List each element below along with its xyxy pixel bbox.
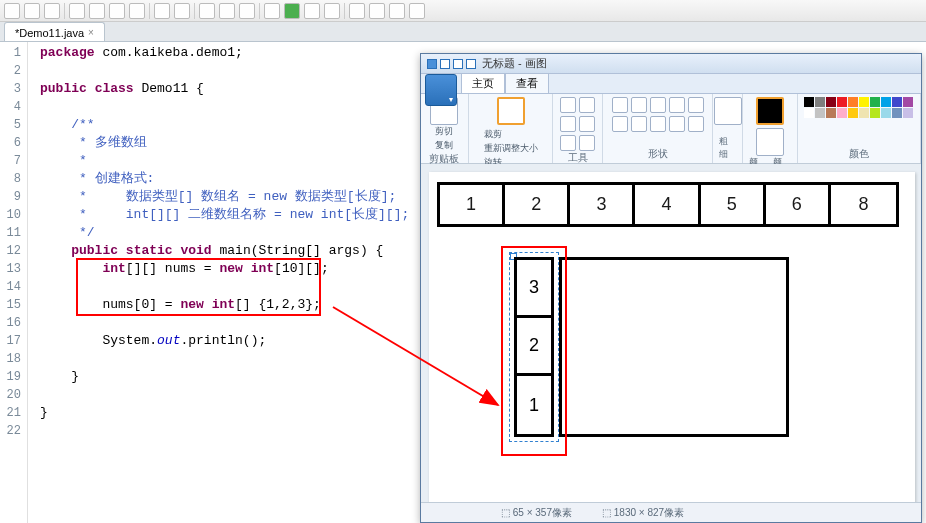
shape-icon[interactable] (688, 97, 704, 113)
toolbar-icon[interactable] (24, 3, 40, 19)
paint-window[interactable]: 无标题 - 画图 主页 查看 剪切 复制 剪贴板 裁剪 重新调整大小 旋转 图像 (420, 53, 922, 523)
toolbar-icon[interactable] (349, 3, 365, 19)
color-swatch[interactable] (848, 108, 858, 118)
toolbar-icon[interactable] (389, 3, 405, 19)
shape-icon[interactable] (631, 97, 647, 113)
color-swatch[interactable] (837, 97, 847, 107)
color-swatch[interactable] (903, 97, 913, 107)
picker-icon[interactable] (560, 135, 576, 151)
select-tool-icon[interactable] (497, 97, 525, 125)
color-swatch[interactable] (837, 108, 847, 118)
toolbar-icon[interactable] (154, 3, 170, 19)
color-swatch[interactable] (815, 108, 825, 118)
array-cell: 4 (635, 185, 700, 224)
color-swatch[interactable] (815, 97, 825, 107)
shape-icon[interactable] (688, 116, 704, 132)
paint-ribbon: 剪切 复制 剪贴板 裁剪 重新调整大小 旋转 图像 (421, 94, 921, 164)
big-empty-box (559, 257, 789, 437)
tab-view[interactable]: 查看 (505, 73, 549, 93)
toolbar-icon[interactable] (304, 3, 320, 19)
paint-titlebar[interactable]: 无标题 - 画图 (421, 54, 921, 74)
copy-label[interactable]: 复制 (435, 139, 453, 152)
color-swatch[interactable] (859, 108, 869, 118)
color-swatch[interactable] (903, 108, 913, 118)
pencil-icon[interactable] (560, 97, 576, 113)
toolbar-icon[interactable] (109, 3, 125, 19)
run-icon[interactable] (284, 3, 300, 19)
separator (149, 3, 150, 19)
separator (259, 3, 260, 19)
ide-toolbar (0, 0, 926, 22)
close-icon[interactable]: × (88, 27, 94, 38)
toolbar-icon[interactable] (369, 3, 385, 19)
color-swatch[interactable] (826, 97, 836, 107)
ribbon-group-image: 裁剪 重新调整大小 旋转 图像 (469, 94, 554, 163)
array-cell: 3 (570, 185, 635, 224)
color2-swatch[interactable] (756, 128, 784, 156)
color-swatch[interactable] (804, 97, 814, 107)
tab-demo11[interactable]: *Demo11.java × (4, 22, 105, 41)
color-swatch[interactable] (848, 97, 858, 107)
toolbar-icon[interactable] (174, 3, 190, 19)
toolbar-icon[interactable] (264, 3, 280, 19)
tab-home[interactable]: 主页 (461, 73, 505, 93)
shape-icon[interactable] (612, 116, 628, 132)
color-swatch[interactable] (804, 108, 814, 118)
shape-icon[interactable] (650, 97, 666, 113)
red-highlight-box (501, 246, 567, 456)
eraser-icon[interactable] (579, 116, 595, 132)
status-selection-size: ⬚ 65 × 357像素 (501, 506, 572, 520)
color-swatch[interactable] (870, 108, 880, 118)
text-icon[interactable] (560, 116, 576, 132)
shape-icon[interactable] (631, 116, 647, 132)
shape-icon[interactable] (612, 97, 628, 113)
color-swatch[interactable] (870, 97, 880, 107)
color-swatch[interactable] (881, 108, 891, 118)
separator (64, 3, 65, 19)
array-cell: 2 (505, 185, 570, 224)
array-cell: 8 (831, 185, 896, 224)
toolbar-icon[interactable] (324, 3, 340, 19)
paint-statusbar: ⬚ 65 × 357像素 ⬚ 1830 × 827像素 (421, 502, 921, 522)
color1-swatch[interactable] (756, 97, 784, 125)
toolbar-icon[interactable] (409, 3, 425, 19)
shape-icon[interactable] (650, 116, 666, 132)
paint-menu-button[interactable] (425, 74, 457, 106)
color-swatch[interactable] (892, 97, 902, 107)
ribbon-group-shapes: 形状 (603, 94, 713, 163)
line-gutter: 12345678910111213141516171819202122 (0, 42, 28, 523)
thickness-icon[interactable] (714, 97, 742, 125)
toolbar-icon[interactable] (199, 3, 215, 19)
ribbon-group-thickness: 粗细 (713, 94, 743, 163)
save-icon[interactable] (440, 59, 450, 69)
toolbar-icon[interactable] (4, 3, 20, 19)
toolbar-icon[interactable] (69, 3, 85, 19)
color-swatch[interactable] (826, 108, 836, 118)
tab-label: *Demo11.java (15, 27, 84, 39)
array-cell: 6 (766, 185, 831, 224)
shape-icon[interactable] (669, 97, 685, 113)
color-swatch[interactable] (892, 108, 902, 118)
paint-ribbon-tabs: 主页 查看 (421, 74, 921, 94)
resize-label[interactable]: 重新调整大小 (484, 142, 538, 155)
paint-canvas[interactable]: 1234568 321 (429, 172, 915, 502)
fill-icon[interactable] (579, 97, 595, 113)
group-label: 形状 (648, 147, 668, 161)
toolbar-icon[interactable] (44, 3, 60, 19)
redo-icon[interactable] (466, 59, 476, 69)
paint-app-icon (427, 59, 437, 69)
color-swatch[interactable] (881, 97, 891, 107)
crop-label[interactable]: 裁剪 (484, 128, 502, 141)
toolbar-icon[interactable] (219, 3, 235, 19)
toolbar-icon[interactable] (89, 3, 105, 19)
toolbar-icon[interactable] (129, 3, 145, 19)
color-swatch[interactable] (859, 97, 869, 107)
paint-canvas-area[interactable]: 1234568 321 (421, 164, 921, 502)
zoom-icon[interactable] (579, 135, 595, 151)
undo-icon[interactable] (453, 59, 463, 69)
toolbar-icon[interactable] (239, 3, 255, 19)
group-label: 颜色 (849, 147, 869, 161)
array-cell: 1 (440, 185, 505, 224)
shape-icon[interactable] (669, 116, 685, 132)
cut-label[interactable]: 剪切 (435, 125, 453, 138)
